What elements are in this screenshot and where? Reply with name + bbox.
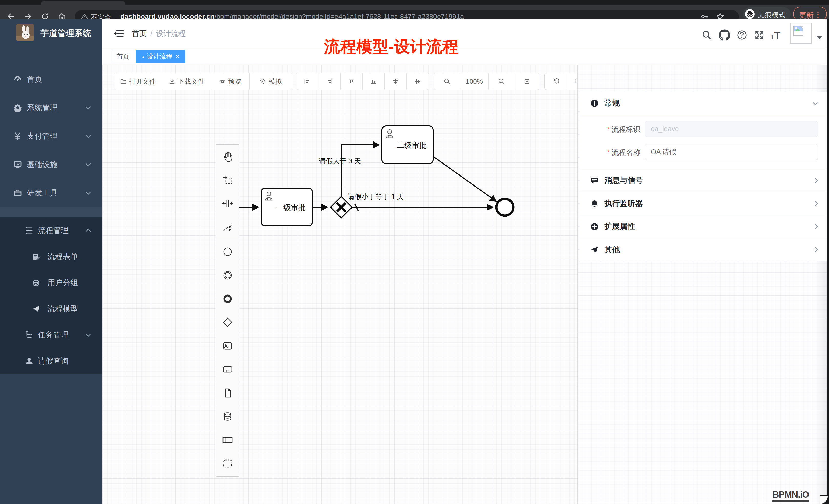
info-icon	[590, 99, 599, 108]
message-icon	[590, 176, 599, 185]
lasso-tool[interactable]	[216, 168, 239, 192]
monitor-icon	[13, 160, 22, 169]
preview-button[interactable]: 预览	[211, 73, 249, 89]
align-vertical-center-button[interactable]	[384, 73, 406, 89]
section-general[interactable]: 常规	[579, 92, 827, 115]
dashboard-icon	[13, 75, 22, 84]
github-icon[interactable]	[719, 30, 730, 41]
create-intermediate-event[interactable]	[216, 264, 239, 287]
align-top-button[interactable]	[340, 73, 362, 89]
create-gateway[interactable]	[216, 311, 239, 334]
section-other[interactable]: 其他	[579, 238, 827, 261]
chevron-down-icon	[85, 189, 91, 195]
bpmn-io-watermark[interactable]: BPMN.iO	[772, 490, 809, 502]
incognito-label: 无痕模式	[758, 10, 786, 20]
sidebar-item-label: 首页	[27, 74, 42, 85]
main-area: 首页/设计流程 TT 首页 ●设计流程×	[102, 19, 829, 504]
briefcase-icon	[13, 189, 22, 197]
collapse-sidebar-icon[interactable]	[114, 29, 124, 38]
create-start-event[interactable]	[216, 240, 239, 264]
user-task-node-1[interactable]: 一级审批	[261, 188, 312, 226]
flow-task2-to-end[interactable]	[433, 156, 496, 201]
process-key-input[interactable]	[645, 121, 818, 137]
zoom-level[interactable]: 100%	[460, 73, 489, 89]
breadcrumb: 首页/设计流程	[132, 29, 186, 39]
app-title: 芋道管理系统	[40, 28, 91, 39]
sidebar-item-label: 研发工具	[27, 188, 58, 198]
align-left-button[interactable]	[296, 73, 318, 89]
sidebar-item-home[interactable]: 首页	[0, 65, 102, 93]
hand-tool[interactable]	[216, 145, 239, 168]
sidebar-item-leave-query[interactable]: 请假查询	[0, 348, 102, 374]
download-file-button[interactable]: 下载文件	[162, 73, 211, 89]
zoom-reset-button[interactable]	[514, 73, 539, 89]
undo-button[interactable]	[545, 73, 567, 89]
breadcrumb-home[interactable]: 首页	[132, 30, 147, 38]
create-data-object[interactable]	[216, 381, 239, 405]
user-task-node-2[interactable]: 二级审批	[382, 126, 433, 164]
update-label[interactable]: 更新	[799, 10, 814, 20]
avatar[interactable]	[790, 23, 812, 44]
tab-home[interactable]: 首页	[111, 50, 135, 63]
sidebar-item-process-form[interactable]: 流程表单	[0, 243, 102, 270]
sidebar-item-task-management[interactable]: 任务管理	[0, 322, 102, 348]
end-event-node[interactable]	[497, 199, 513, 216]
flow-gateway-to-task2[interactable]	[341, 145, 379, 196]
chevron-right-icon	[813, 178, 818, 183]
section-title: 扩展属性	[605, 221, 635, 232]
zoom-out-button[interactable]	[434, 73, 460, 89]
sidebar-item-label: 流程管理	[38, 225, 69, 236]
sidebar-item-user-group[interactable]: 用户分组	[0, 270, 102, 296]
person-icon	[25, 357, 34, 365]
sidebar-item-label: 流程表单	[47, 251, 78, 262]
create-participant[interactable]	[216, 428, 239, 452]
sidebar-item-process-management[interactable]: 流程管理	[0, 218, 102, 243]
section-message-signal[interactable]: 消息与信号	[579, 169, 827, 192]
sidebar-item-label: 用户分组	[47, 278, 78, 288]
search-icon[interactable]	[701, 30, 712, 41]
global-connect-tool[interactable]	[216, 215, 239, 239]
sidebar-item-infra[interactable]: 基础设施	[0, 150, 102, 179]
process-name-input[interactable]	[645, 144, 818, 160]
zoom-in-button[interactable]	[489, 73, 514, 89]
tab-design-process[interactable]: ●设计流程×	[136, 50, 185, 63]
fullscreen-icon[interactable]	[754, 30, 765, 41]
plus-circle-icon	[590, 222, 599, 231]
align-right-button[interactable]	[318, 73, 340, 89]
browser-menu-icon[interactable]: ⋮	[814, 10, 822, 19]
bpmn-designer[interactable]: 一级审批 二级审批 请假大于 3 天 请假小于等于 1 天 打	[102, 65, 829, 504]
palette-separator	[216, 239, 239, 239]
section-title: 其他	[605, 244, 620, 255]
annotation-title: 流程模型-设计流程	[303, 36, 479, 58]
text-size-icon[interactable]: TT	[770, 30, 788, 41]
sidebar-item-payment[interactable]: 支付管理	[0, 122, 102, 150]
text-size-small: T	[770, 33, 774, 41]
section-extended-attributes[interactable]: 扩展属性	[579, 215, 827, 238]
section-execution-listener[interactable]: 执行监听器	[579, 192, 827, 215]
create-data-store[interactable]	[216, 405, 239, 428]
sidebar-item-system[interactable]: 系统管理	[0, 93, 102, 122]
create-end-event[interactable]	[216, 287, 239, 311]
create-subprocess[interactable]	[216, 358, 239, 381]
open-file-button[interactable]: 打开文件	[114, 73, 162, 89]
create-user-task[interactable]	[216, 334, 239, 358]
align-bottom-button[interactable]	[362, 73, 384, 89]
align-horizontal-center-button[interactable]	[406, 73, 428, 89]
browser-active-tab[interactable]	[41, 1, 125, 5]
sidebar-item-process-model[interactable]: 流程模型	[0, 296, 102, 322]
sidebar-item-label: 系统管理	[27, 103, 58, 113]
help-icon[interactable]	[736, 30, 748, 41]
chevron-down-icon	[85, 331, 91, 337]
required-icon: *	[607, 125, 610, 133]
flow-label-le1: 请假小于等于 1 天	[348, 193, 404, 201]
create-group[interactable]	[216, 452, 239, 475]
close-icon[interactable]: ×	[175, 50, 179, 63]
incognito-badge: 无痕模式	[743, 7, 791, 21]
avatar-caret-icon[interactable]	[817, 36, 822, 39]
tab-label: 首页	[116, 53, 129, 60]
app-logo-row[interactable]: 芋道管理系统	[0, 19, 102, 46]
simulate-button[interactable]: 模拟	[249, 73, 291, 89]
chevron-right-icon	[813, 201, 818, 206]
space-tool[interactable]	[216, 192, 239, 215]
sidebar-item-devtools[interactable]: 研发工具	[0, 179, 102, 207]
